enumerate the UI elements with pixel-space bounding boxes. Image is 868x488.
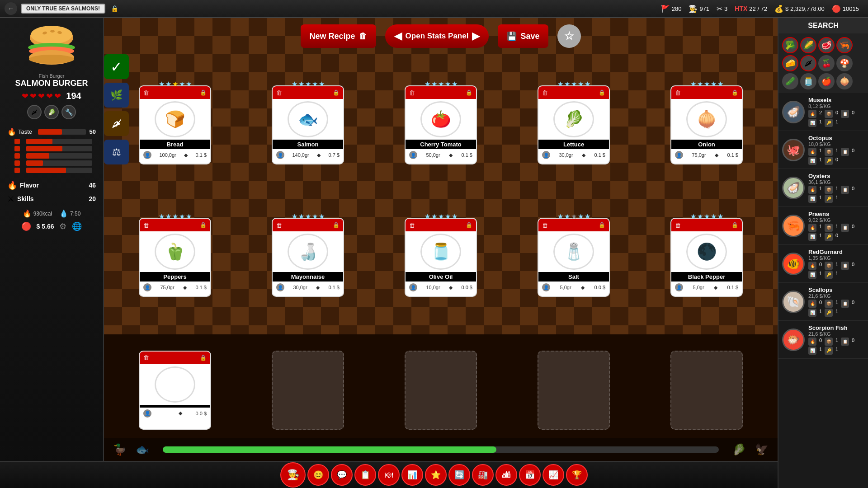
chili-icon-btn[interactable]: 🌶 xyxy=(104,111,129,136)
search-item-prawns[interactable]: 🦐Prawns9,02 $/KG🔥1📦1📋0📊1🔑0 xyxy=(778,207,868,245)
counter-btn-4[interactable]: 🔑 xyxy=(825,309,833,317)
settings-btn[interactable]: ⚙ xyxy=(59,221,66,231)
search-item-scallops[interactable]: 🐚Scallops21,6 $/KG🔥0📦1📋0📊1🔑1 xyxy=(778,283,868,321)
back-button[interactable]: ← xyxy=(5,2,17,15)
trash-icon[interactable]: 🗑 xyxy=(675,222,681,229)
favorite-button[interactable]: ☆ xyxy=(557,24,581,48)
counter-btn-4[interactable]: 🔑 xyxy=(825,271,833,279)
plant-icon-btn[interactable]: 🌿 xyxy=(104,83,129,108)
counter-btn-0[interactable]: 🔥 xyxy=(808,148,816,156)
ingredient-card-bread[interactable]: ★★★★★🗑🔒🍞Bread 👤 100,0gr ◆ 0.1 $ xyxy=(139,85,211,164)
counter-btn-1[interactable]: 📦 xyxy=(825,224,833,232)
counter-btn-4[interactable]: 🔑 xyxy=(825,195,833,203)
nav-factory-btn[interactable]: 🏭 xyxy=(472,464,494,486)
counter-btn-1[interactable]: 📦 xyxy=(825,300,833,308)
search-item-redgurnard[interactable]: 🐠RedGurnard1,35 $/KG🔥0📦1📋0📊1🔑1 xyxy=(778,245,868,283)
trash-icon[interactable]: 🗑 xyxy=(276,222,282,229)
save-button[interactable]: 💾 Save xyxy=(498,24,548,48)
counter-btn-3[interactable]: 📊 xyxy=(808,347,816,355)
ingredient-card-peppers[interactable]: ★★★★★🗑🔒🫑Peppers 👤 75,0gr ◆ 0.1 $ xyxy=(139,218,211,297)
search-filter-11[interactable]: 🧅 xyxy=(836,73,853,89)
counter-btn-3[interactable]: 📊 xyxy=(808,309,816,317)
nav-plate-btn[interactable]: 🍽 xyxy=(378,464,400,486)
nav-city-btn[interactable]: 🏙 xyxy=(495,464,517,486)
trash-icon[interactable]: 🗑 xyxy=(542,89,548,96)
counter-btn-0[interactable]: 🔥 xyxy=(808,262,816,270)
nav-calendar-btn[interactable]: 📅 xyxy=(519,464,541,486)
counter-btn-4[interactable]: 🔑 xyxy=(825,233,833,241)
search-filter-5[interactable]: 🌶 xyxy=(800,55,816,71)
counter-btn-2[interactable]: 📋 xyxy=(841,338,849,346)
counter-btn-2[interactable]: 📋 xyxy=(841,224,849,232)
trash-icon[interactable]: 🗑 xyxy=(143,354,149,361)
search-filter-6[interactable]: 🍒 xyxy=(818,55,835,71)
counter-btn-1[interactable]: 📦 xyxy=(825,338,833,346)
ingredient-card-mayonnaise[interactable]: ★★★★★🗑🔒🍶Mayonnaise 👤 30,0gr ◆ 0.1 $ xyxy=(272,218,344,297)
counter-btn-0[interactable]: 🔥 xyxy=(808,300,816,308)
empty-slot-11[interactable] xyxy=(272,351,344,430)
counter-btn-4[interactable]: 🔑 xyxy=(825,157,833,165)
search-filter-8[interactable]: 🥒 xyxy=(782,73,798,89)
ingredient-card-lettuce[interactable]: ★★★★★🗑🔒🥬Lettuce 👤 30,0gr ◆ 0.1 $ xyxy=(538,85,610,164)
search-item-scorpion-fish[interactable]: 🐡Scorpion Fish21,6 $/KG🔥0📦1📋0📊1🔑1 xyxy=(778,321,868,359)
counter-btn-1[interactable]: 📦 xyxy=(825,262,833,270)
ingredient-card-salt[interactable]: ★★★★★🗑🔒🧂Salt 👤 5,0gr ◆ 0.0 $ xyxy=(538,218,610,297)
trash-icon[interactable]: 🗑 xyxy=(143,222,149,229)
trash-icon[interactable]: 🗑 xyxy=(542,222,548,229)
counter-btn-0[interactable]: 🔥 xyxy=(808,338,816,346)
search-item-mussels[interactable]: 🦪Mussels8,12 $/KG🔥2📦0📋0📊1🔑1 xyxy=(778,93,868,131)
counter-btn-2[interactable]: 📋 xyxy=(841,186,849,194)
nav-chart-btn[interactable]: 📊 xyxy=(401,464,423,486)
trash-icon[interactable]: 🗑 xyxy=(409,89,415,96)
ingredient-card-onion[interactable]: ★★★★★🗑🔒🧅Onion 👤 75,0gr ◆ 0.1 $ xyxy=(670,85,743,164)
empty-slot-13[interactable] xyxy=(538,351,610,430)
counter-btn-0[interactable]: 🔥 xyxy=(808,224,816,232)
empty-slot-14[interactable] xyxy=(670,351,743,430)
trash-icon[interactable]: 🗑 xyxy=(143,89,149,96)
scale-icon-btn[interactable]: ⚖ xyxy=(104,140,129,164)
empty-slot-12[interactable] xyxy=(405,351,477,430)
search-filter-7[interactable]: 🍄 xyxy=(836,55,853,71)
counter-btn-3[interactable]: 📊 xyxy=(808,195,816,203)
nav-clipboard-btn[interactable]: 📋 xyxy=(354,464,376,486)
trash-icon[interactable]: 🗑 xyxy=(276,89,282,96)
search-filter-10[interactable]: 🍎 xyxy=(818,73,835,89)
nav-trophy-btn[interactable]: 🏆 xyxy=(566,464,588,486)
search-filter-2[interactable]: 🥩 xyxy=(818,37,835,53)
nav-face-btn[interactable]: 😊 xyxy=(307,464,329,486)
search-item-oysters[interactable]: 🦪Oysters36,1 $/KG🔥1📦1📋0📊1🔑1 xyxy=(778,169,868,207)
ingredient-card-salmon[interactable]: ★★★★★🗑🔒🐟Salmon 👤 140,0gr ◆ 0.7 $ xyxy=(272,85,344,164)
nav-sync-btn[interactable]: 🔄 xyxy=(448,464,470,486)
search-filter-0[interactable]: 🥦 xyxy=(782,37,798,53)
trash-icon[interactable]: 🗑 xyxy=(409,222,415,229)
globe-btn[interactable]: 🌐 xyxy=(72,221,82,231)
ingredient-card-black-pepper[interactable]: ★★★★★🗑🔒🌑Black Pepper 👤 5,0gr ◆ 0.1 $ xyxy=(670,218,743,297)
search-filter-1[interactable]: 🌽 xyxy=(800,37,816,53)
nav-chat-btn[interactable]: 💬 xyxy=(331,464,353,486)
counter-btn-1[interactable]: 📦 xyxy=(825,110,833,118)
search-filter-9[interactable]: 🫙 xyxy=(800,73,816,89)
search-filter-4[interactable]: 🧀 xyxy=(782,55,798,71)
ingredient-card-olive-oil[interactable]: ★★★★★🗑🔒🫙Olive Oil 👤 10,0gr ◆ 0.0 $ xyxy=(405,218,477,297)
counter-btn-2[interactable]: 📋 xyxy=(841,148,849,156)
search-item-octopus[interactable]: 🐙Octopus18,0 $/KG🔥1📦1📋0📊1🔑0 xyxy=(778,131,868,169)
counter-btn-0[interactable]: 🔥 xyxy=(808,186,816,194)
counter-btn-4[interactable]: 🔑 xyxy=(825,119,833,127)
nav-stats-btn[interactable]: 📈 xyxy=(542,464,564,486)
counter-btn-2[interactable]: 📋 xyxy=(841,110,849,118)
trash-icon[interactable]: 🗑 xyxy=(675,89,681,96)
counter-btn-0[interactable]: 🔥 xyxy=(808,110,816,118)
scroll-bar[interactable] xyxy=(163,446,719,453)
ingredient-card-cherry-tomato[interactable]: ★★★★★🗑🔒🍅Cherry Tomato 👤 50,0gr ◆ 0.1 $ xyxy=(405,85,477,164)
counter-btn-3[interactable]: 📊 xyxy=(808,233,816,241)
counter-btn-2[interactable]: 📋 xyxy=(841,262,849,270)
counter-btn-3[interactable]: 📊 xyxy=(808,271,816,279)
counter-btn-4[interactable]: 🔑 xyxy=(825,347,833,355)
nav-star-btn[interactable]: ⭐ xyxy=(425,464,447,486)
check-badge[interactable]: ✓ xyxy=(104,54,129,79)
ingredient-card-[interactable]: 🗑🔒 👤 ◆ 0.0 $ xyxy=(139,351,211,430)
new-recipe-button[interactable]: New Recipe 🗑 xyxy=(301,24,376,48)
counter-btn-3[interactable]: 📊 xyxy=(808,119,816,127)
counter-btn-1[interactable]: 📦 xyxy=(825,148,833,156)
counter-btn-2[interactable]: 📋 xyxy=(841,300,849,308)
